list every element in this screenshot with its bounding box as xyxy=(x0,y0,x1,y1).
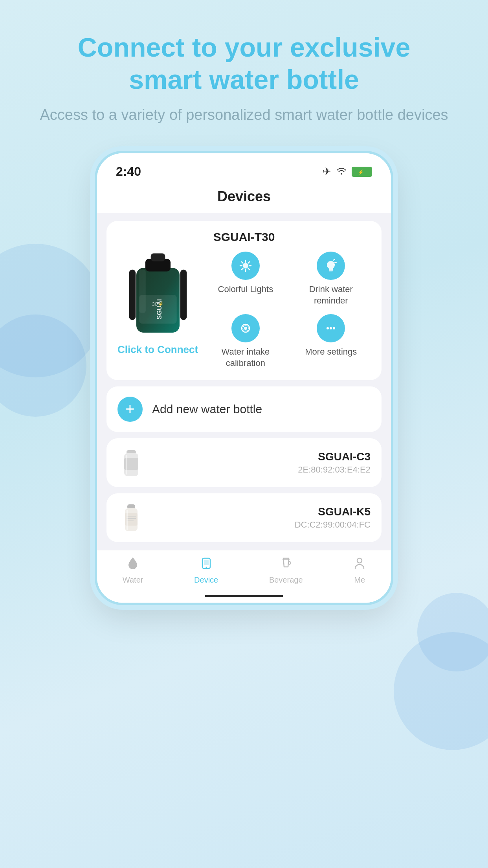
svg-rect-40 xyxy=(127,510,128,530)
svg-rect-42 xyxy=(204,560,209,565)
svg-point-28 xyxy=(330,327,332,329)
bg-blob-1 xyxy=(0,244,102,377)
tab-device[interactable]: Device xyxy=(194,556,218,585)
device-image-area: SGUAI 30⚡ Click to Connect xyxy=(117,252,198,356)
svg-line-18 xyxy=(248,268,250,270)
tab-water[interactable]: Water xyxy=(123,556,143,585)
water-bottle-image: SGUAI 30⚡ xyxy=(123,252,193,338)
tab-me[interactable]: Me xyxy=(354,556,365,585)
svg-line-17 xyxy=(242,262,243,263)
svg-text:30⚡: 30⚡ xyxy=(152,301,164,307)
tab-bar: Water Device Beverage xyxy=(97,550,391,588)
add-label: Add new water bottle xyxy=(152,403,262,416)
svg-rect-1 xyxy=(367,171,369,173)
device-c3-info: SGUAI-C3 2E:80:92:03:E4:E2 xyxy=(153,451,371,475)
water-calibration-icon xyxy=(231,314,260,342)
tab-me-label: Me xyxy=(354,576,365,585)
drink-reminder-icon xyxy=(317,252,345,280)
svg-rect-7 xyxy=(150,254,165,261)
tab-device-label: Device xyxy=(194,576,218,585)
page-title: Connect to your exclusive smart water bo… xyxy=(78,31,410,96)
svg-point-29 xyxy=(333,327,335,329)
device-k5-card[interactable]: SGUAI-K5 DC:C2:99:00:04:FC xyxy=(106,493,382,542)
device-k5-info: SGUAI-K5 DC:C2:99:00:04:FC xyxy=(153,506,371,530)
status-bar: 2:40 ✈ ⚡ xyxy=(97,153,391,183)
svg-rect-11 xyxy=(139,270,146,313)
device-card-main: SGUAI-T30 xyxy=(106,221,382,380)
device-k5-name: SGUAI-K5 xyxy=(153,506,371,518)
svg-point-12 xyxy=(243,263,248,268)
svg-line-19 xyxy=(248,262,250,263)
feature-more-settings[interactable]: More settings xyxy=(292,314,371,369)
svg-line-20 xyxy=(242,268,243,270)
svg-rect-33 xyxy=(126,455,127,474)
svg-point-25 xyxy=(244,327,247,330)
device-k5-mac: DC:C2:99:00:04:FC xyxy=(153,520,371,530)
svg-point-43 xyxy=(205,566,207,568)
home-indicator xyxy=(205,595,283,597)
water-tab-icon xyxy=(127,556,139,573)
tab-beverage[interactable]: Beverage xyxy=(269,556,303,585)
screen-content: SGUAI-T30 xyxy=(97,213,391,550)
device-c3-mac: 2E:80:92:03:E4:E2 xyxy=(153,465,371,475)
airplane-icon: ✈ xyxy=(323,166,331,178)
connect-button[interactable]: Click to Connect xyxy=(117,344,198,356)
feature-label-lights: Colorful Lights xyxy=(218,284,273,295)
feature-label-calibration: Water intake calibration xyxy=(206,346,285,369)
svg-text:⚡: ⚡ xyxy=(358,169,364,175)
feature-drink-reminder[interactable]: Drink water reminder xyxy=(292,252,371,306)
device-k5-image xyxy=(117,502,145,533)
bg-blob-3 xyxy=(394,632,488,750)
svg-point-27 xyxy=(327,327,329,329)
beverage-tab-icon xyxy=(280,556,292,573)
device-name: SGUAI-T30 xyxy=(117,230,371,244)
svg-point-45 xyxy=(357,558,362,563)
feature-label-more: More settings xyxy=(305,346,357,358)
svg-line-21 xyxy=(333,259,335,260)
device-card-body: SGUAI 30⚡ Click to Connect xyxy=(117,252,371,369)
tab-beverage-label: Beverage xyxy=(269,576,303,585)
device-c3-card[interactable]: SGUAI-C3 2E:80:92:03:E4:E2 xyxy=(106,438,382,487)
status-icons: ✈ ⚡ xyxy=(323,166,372,178)
me-tab-icon xyxy=(354,556,365,573)
svg-rect-3 xyxy=(129,270,136,320)
screen-title: Devices xyxy=(97,183,391,213)
phone-frame: 2:40 ✈ ⚡ Devices SGUAI xyxy=(95,151,393,605)
more-settings-icon xyxy=(317,314,345,342)
tab-water-label: Water xyxy=(123,576,143,585)
home-indicator-area xyxy=(97,588,391,603)
add-new-bottle-card[interactable]: + Add new water bottle xyxy=(106,386,382,432)
device-tab-icon xyxy=(201,556,212,573)
wifi-icon xyxy=(336,166,347,177)
bg-blob-2 xyxy=(0,314,86,417)
device-c3-name: SGUAI-C3 xyxy=(153,451,371,463)
colorful-lights-icon xyxy=(231,252,260,280)
status-time: 2:40 xyxy=(116,164,141,179)
device-c3-image xyxy=(117,447,145,478)
bg-blob-4 xyxy=(417,593,488,671)
feature-colorful-lights[interactable]: Colorful Lights xyxy=(206,252,285,306)
add-icon: + xyxy=(117,397,143,422)
feature-label-reminder: Drink water reminder xyxy=(292,284,371,306)
svg-rect-4 xyxy=(180,270,187,320)
features-grid: Colorful Lights xyxy=(206,252,371,369)
page-subtitle: Access to a variety of personalized smar… xyxy=(40,107,448,123)
battery-icon: ⚡ xyxy=(352,167,372,177)
feature-water-calibration[interactable]: Water intake calibration xyxy=(206,314,285,369)
